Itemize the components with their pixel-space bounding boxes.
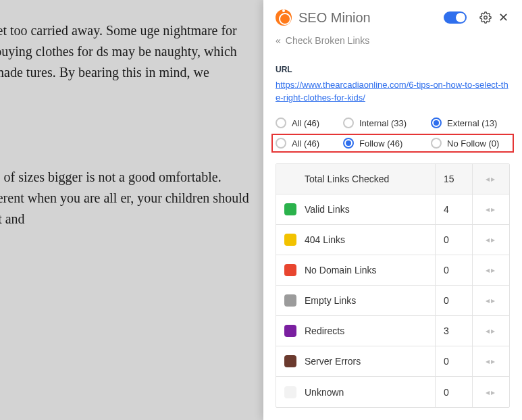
filter-all-follow[interactable]: All (46) <box>276 138 343 149</box>
radio-icon <box>276 138 286 149</box>
back-icon[interactable]: « <box>276 35 279 46</box>
filter-nofollow[interactable]: No Follow (0) <box>431 138 510 149</box>
url-link[interactable]: https://www.thearcadiaonline.com/6-tips-… <box>276 80 508 103</box>
row-arrows-icon[interactable]: ◂▸ <box>472 225 509 255</box>
radio-icon <box>431 138 442 149</box>
row-arrows-icon[interactable]: ◂▸ <box>472 316 509 346</box>
filter-row-scope: All (46) Internal (33) External (13) <box>276 113 510 132</box>
row-arrows-icon[interactable]: ◂▸ <box>472 377 509 407</box>
app-logo-icon <box>276 9 292 26</box>
row-count: 3 <box>435 316 472 346</box>
url-section: URL https://www.thearcadiaonline.com/6-t… <box>263 55 522 113</box>
radio-icon <box>343 117 354 128</box>
filter-internal[interactable]: Internal (33) <box>343 117 431 128</box>
status-color-swatch <box>284 264 296 276</box>
filter-external[interactable]: External (13) <box>431 117 510 128</box>
status-color-swatch <box>284 294 296 307</box>
row-count: 4 <box>435 194 472 224</box>
table-row: 404 Links0◂▸ <box>276 225 509 255</box>
filter-label: All (46) <box>292 118 319 128</box>
row-count: 0 <box>435 286 472 315</box>
header-label: Total Links Checked <box>276 174 435 184</box>
filter-label: All (46) <box>292 138 319 149</box>
row-label: Valid Links <box>305 204 435 215</box>
status-color-swatch <box>284 355 296 367</box>
article-background: ill get overwhelmed with the not get too… <box>0 0 263 250</box>
panel-header: SEO Minion ✕ <box>263 0 522 32</box>
breadcrumb: « Check Broken Links <box>263 32 522 55</box>
filter-follow[interactable]: Follow (46) <box>343 138 431 149</box>
row-count: 0 <box>435 225 472 255</box>
filter-row-follow: All (46) Follow (46) No Follow (0) <box>271 134 514 153</box>
row-arrows-icon[interactable]: ◂▸ <box>472 194 509 224</box>
seo-minion-panel: SEO Minion ✕ « Check Broken Links URL ht… <box>263 0 522 420</box>
table-row: Valid Links4◂▸ <box>276 194 509 225</box>
filters: All (46) Internal (33) External (13) All… <box>263 113 522 159</box>
row-label: Unknown <box>305 387 435 398</box>
status-color-swatch <box>284 234 296 246</box>
row-label: 404 Links <box>305 234 435 245</box>
svg-point-0 <box>484 16 488 20</box>
radio-icon <box>431 117 442 128</box>
results-table: Total Links Checked 15 ◂▸ Valid Links4◂▸… <box>276 163 510 408</box>
sort-arrows-icon[interactable]: ◂▸ <box>472 164 509 194</box>
radio-icon <box>343 138 354 149</box>
article-paragraph: ildren, the first priority must be ple o… <box>0 167 250 230</box>
row-count: 0 <box>435 377 472 407</box>
row-arrows-icon[interactable]: ◂▸ <box>472 255 509 285</box>
close-icon[interactable]: ✕ <box>496 11 510 24</box>
row-label: Redirects <box>305 325 435 336</box>
article-heading: le <box>0 123 250 155</box>
row-arrows-icon[interactable]: ◂▸ <box>472 286 509 315</box>
row-count: 0 <box>435 255 472 285</box>
row-arrows-icon[interactable]: ◂▸ <box>472 346 509 376</box>
table-row: No Domain Links0◂▸ <box>276 255 509 286</box>
filter-label: External (13) <box>447 118 497 128</box>
breadcrumb-label: Check Broken Links <box>286 35 370 46</box>
filter-label: Follow (46) <box>359 138 402 149</box>
radio-icon <box>276 117 286 128</box>
table-row: Empty Links0◂▸ <box>276 286 509 316</box>
filter-label: No Follow (0) <box>447 138 499 149</box>
table-row: Unknown0◂▸ <box>276 377 509 407</box>
status-color-swatch <box>284 203 296 215</box>
enable-toggle[interactable] <box>444 11 467 24</box>
row-label: Server Errors <box>305 356 435 367</box>
status-color-swatch <box>284 386 296 398</box>
header-count: 15 <box>435 164 472 194</box>
row-count: 0 <box>435 346 472 376</box>
row-label: Empty Links <box>305 295 435 306</box>
settings-icon[interactable] <box>479 11 492 24</box>
table-header: Total Links Checked 15 ◂▸ <box>276 164 509 194</box>
filter-label: Internal (33) <box>359 118 407 128</box>
row-label: No Domain Links <box>305 265 435 275</box>
table-row: Server Errors0◂▸ <box>276 346 509 377</box>
article-paragraph: ill get overwhelmed with the not get too… <box>0 20 250 104</box>
table-row: Redirects3◂▸ <box>276 316 509 346</box>
url-label: URL <box>276 65 510 74</box>
app-title: SEO Minion <box>298 10 444 26</box>
status-color-swatch <box>284 325 296 337</box>
filter-all-scope[interactable]: All (46) <box>276 117 343 128</box>
